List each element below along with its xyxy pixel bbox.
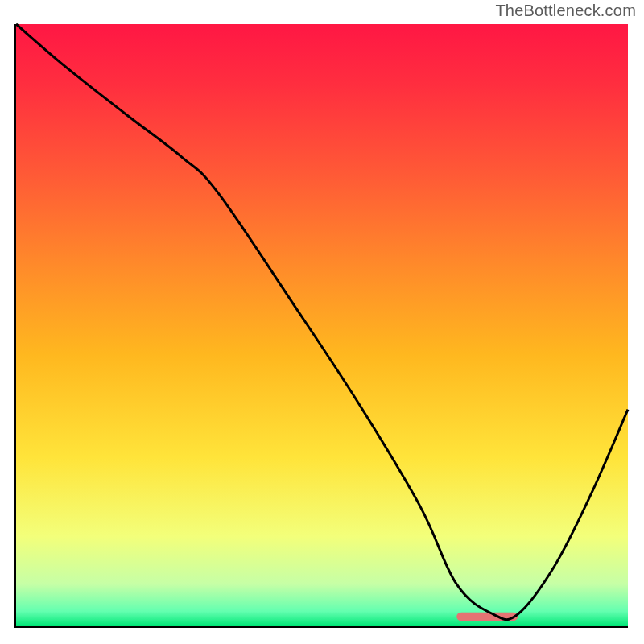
axis-left: [14, 24, 16, 628]
plot-background: [16, 24, 628, 626]
bottleneck-chart: [0, 0, 644, 644]
axis-bottom: [14, 626, 628, 628]
watermark-text: TheBottleneck.com: [495, 2, 636, 20]
chart-stage: TheBottleneck.com: [0, 0, 644, 644]
